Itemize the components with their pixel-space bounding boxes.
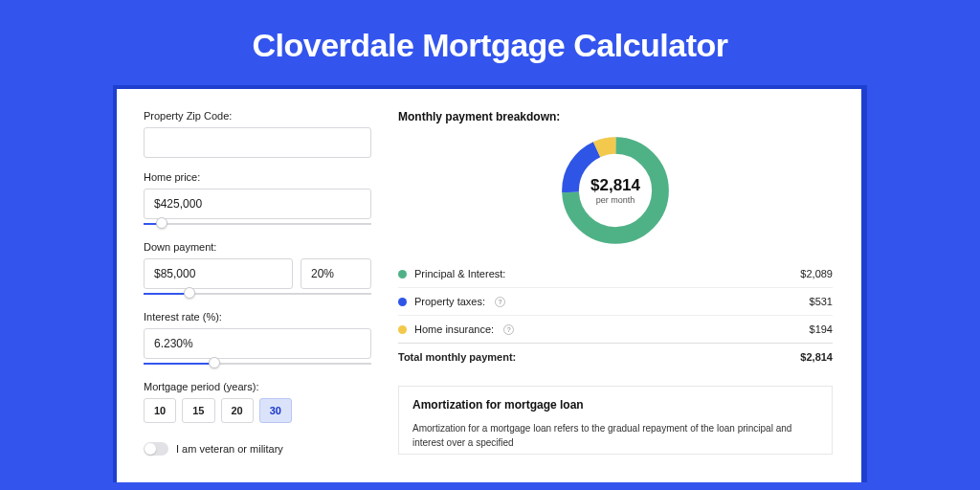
dp-field-group: Down payment:	[144, 241, 371, 298]
rate-slider-thumb[interactable]	[209, 357, 220, 368]
zip-field-group: Property Zip Code:	[144, 110, 371, 158]
legend-dot-icon	[398, 325, 407, 334]
price-input[interactable]	[144, 189, 371, 219]
info-icon[interactable]: ?	[495, 297, 505, 307]
dp-percent-input[interactable]	[301, 258, 371, 289]
dp-slider-thumb[interactable]	[184, 287, 195, 299]
dp-label: Down payment:	[144, 241, 371, 253]
legend-amount: $2,089	[800, 268, 833, 279]
amortization-box: Amortization for mortgage loan Amortizat…	[398, 386, 833, 455]
zip-label: Property Zip Code:	[144, 110, 371, 122]
legend-total-label: Total monthly payment:	[398, 351, 516, 363]
rate-field-group: Interest rate (%):	[144, 311, 371, 368]
legend-label: Property taxes:	[414, 296, 485, 307]
calculator-card: Property Zip Code: Home price: Down paym…	[117, 89, 861, 482]
legend: Principal & Interest:$2,089Property taxe…	[398, 259, 833, 370]
veteran-toggle[interactable]	[144, 442, 168, 456]
donut-center: $2,814 per month	[590, 176, 640, 205]
period-option-10[interactable]: 10	[144, 398, 176, 423]
zip-input[interactable]	[144, 127, 371, 158]
period-label: Mortgage period (years):	[144, 381, 371, 392]
legend-dot-icon	[398, 270, 407, 278]
dp-slider[interactable]	[144, 290, 371, 298]
legend-row: Home insurance:?$194	[398, 315, 833, 343]
legend-row: Property taxes:?$531	[398, 287, 833, 315]
rate-slider[interactable]	[144, 360, 371, 368]
price-label: Home price:	[144, 171, 371, 183]
breakdown-title: Monthly payment breakdown:	[398, 110, 833, 123]
legend-total-amount: $2,814	[800, 351, 833, 363]
amort-title: Amortization for mortgage loan	[412, 398, 818, 412]
price-slider[interactable]	[144, 220, 371, 228]
veteran-toggle-row: I am veteran or military	[144, 442, 371, 456]
period-options: 10152030	[144, 398, 371, 423]
period-option-15[interactable]: 15	[182, 398, 214, 423]
toggle-knob	[145, 443, 156, 455]
donut-sublabel: per month	[590, 195, 640, 205]
page-title: Cloverdale Mortgage Calculator	[0, 0, 980, 85]
period-option-30[interactable]: 30	[259, 398, 292, 423]
veteran-label: I am veteran or military	[176, 443, 283, 455]
legend-total-row: Total monthly payment:$2,814	[398, 343, 833, 370]
rate-input[interactable]	[144, 328, 371, 359]
inputs-panel: Property Zip Code: Home price: Down paym…	[144, 110, 371, 456]
rate-label: Interest rate (%):	[144, 311, 371, 323]
price-field-group: Home price:	[144, 171, 371, 228]
info-icon[interactable]: ?	[503, 324, 514, 335]
legend-row: Principal & Interest:$2,089	[398, 259, 833, 287]
period-option-20[interactable]: 20	[221, 398, 254, 423]
donut-amount: $2,814	[590, 176, 640, 195]
dp-amount-input[interactable]	[144, 258, 293, 289]
amort-text: Amortization for a mortgage loan refers …	[412, 421, 818, 450]
card-frame: Property Zip Code: Home price: Down paym…	[113, 85, 867, 482]
legend-label: Home insurance:	[414, 323, 494, 335]
price-slider-thumb[interactable]	[156, 217, 167, 229]
results-panel: Monthly payment breakdown: $2,814 per mo…	[398, 110, 833, 456]
period-field-group: Mortgage period (years): 10152030	[144, 381, 371, 423]
legend-dot-icon	[398, 298, 407, 306]
legend-label: Principal & Interest:	[414, 268, 505, 279]
legend-amount: $194	[810, 323, 833, 335]
donut-chart-wrap: $2,814 per month	[398, 131, 833, 250]
legend-amount: $531	[810, 296, 833, 307]
